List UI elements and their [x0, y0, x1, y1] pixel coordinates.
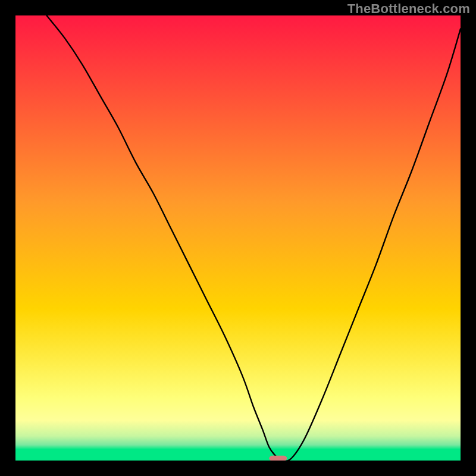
plot-background-gradient: [15, 15, 461, 461]
chart-frame: TheBottleneck.com: [0, 0, 476, 476]
optimum-marker: [269, 456, 287, 461]
bottleneck-chart: [15, 15, 461, 461]
watermark-label: TheBottleneck.com: [347, 1, 470, 17]
